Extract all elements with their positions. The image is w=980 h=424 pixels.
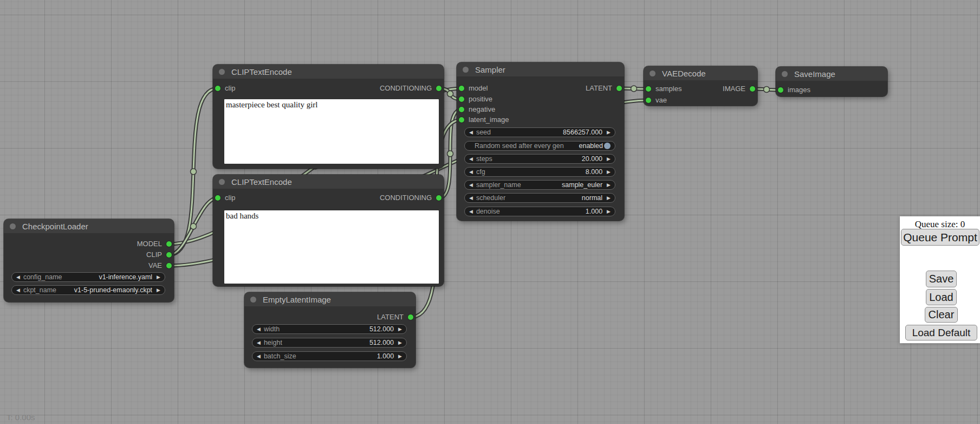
- increment-arrow-icon[interactable]: ▶: [398, 341, 402, 345]
- collapse-dot-icon[interactable]: [250, 297, 256, 303]
- collapse-dot-icon[interactable]: [782, 71, 788, 77]
- node-titlebar[interactable]: CLIPTextEncode: [213, 65, 444, 79]
- decrement-arrow-icon[interactable]: ◀: [257, 341, 261, 345]
- output-port-label: CONDITIONING: [380, 84, 432, 93]
- decrement-arrow-icon[interactable]: ◀: [469, 157, 473, 162]
- widget-label: width: [264, 325, 280, 333]
- output-port-dot-model[interactable]: [166, 241, 172, 247]
- decrement-arrow-icon[interactable]: ◀: [16, 275, 20, 280]
- node-sampler[interactable]: Samplermodelpositivenegativelatent_image…: [457, 62, 624, 221]
- prompt-textarea[interactable]: [224, 99, 439, 164]
- collapse-dot-icon[interactable]: [10, 223, 16, 229]
- input-port-dot-model[interactable]: [459, 86, 464, 91]
- decrement-arrow-icon[interactable]: ◀: [469, 130, 473, 135]
- input-port-dot-positive[interactable]: [459, 97, 464, 102]
- input-port-dot-latent-image[interactable]: [459, 117, 464, 123]
- output-port-dot-conditioning[interactable]: [436, 195, 442, 201]
- increment-arrow-icon[interactable]: ▶: [607, 209, 611, 214]
- increment-arrow-icon[interactable]: ▶: [398, 354, 402, 359]
- node-checkpoint-loader[interactable]: CheckpointLoaderMODELCLIPVAE◀config_name…: [4, 219, 174, 302]
- collapse-dot-icon[interactable]: [650, 70, 656, 76]
- collapse-dot-icon[interactable]: [463, 67, 469, 73]
- node-title-label: CheckpointLoader: [22, 222, 88, 231]
- node-titlebar[interactable]: Sampler: [457, 62, 624, 76]
- widget-scheduler[interactable]: ◀schedulernormal▶: [464, 193, 615, 203]
- widget-label: sampler_name: [476, 181, 521, 189]
- input-port-label: latent_image: [469, 115, 509, 124]
- widget-sampler-name[interactable]: ◀sampler_namesample_euler▶: [464, 180, 615, 190]
- input-port-dot-images[interactable]: [778, 87, 783, 93]
- widget-height[interactable]: ◀height512.000▶: [252, 338, 407, 348]
- widget-width[interactable]: ◀width512.000▶: [252, 324, 407, 334]
- increment-arrow-icon[interactable]: ▶: [157, 275, 160, 280]
- collapse-dot-icon[interactable]: [219, 69, 225, 75]
- increment-arrow-icon[interactable]: ▶: [398, 327, 402, 332]
- output-port-dot-conditioning[interactable]: [436, 86, 442, 91]
- link-midpoint-dot: [764, 87, 770, 93]
- input-port-dot-samples[interactable]: [646, 86, 651, 92]
- decrement-arrow-icon[interactable]: ◀: [469, 183, 473, 188]
- widget-cfg[interactable]: ◀cfg8.000▶: [464, 167, 615, 177]
- output-port-label: MODEL: [137, 240, 162, 248]
- widget-label: scheduler: [476, 194, 505, 202]
- node-empty-latent-image[interactable]: EmptyLatentImageLATENT◀width512.000▶◀hei…: [244, 292, 416, 368]
- node-titlebar[interactable]: VAEDecode: [644, 66, 757, 80]
- clear-button[interactable]: Clear: [925, 307, 958, 323]
- increment-arrow-icon[interactable]: ▶: [607, 196, 611, 201]
- widget-value: normal: [582, 194, 602, 202]
- node-title-label: EmptyLatentImage: [263, 295, 331, 304]
- node-vae-decode[interactable]: VAEDecodesamplesvaeIMAGE: [644, 66, 757, 106]
- node-titlebar[interactable]: CheckpointLoader: [4, 219, 174, 233]
- widget-label: height: [264, 339, 282, 346]
- widget-label: config_name: [23, 273, 62, 281]
- toggle-enabled-icon[interactable]: [604, 143, 611, 149]
- graph-canvas[interactable]: CheckpointLoaderMODELCLIPVAE◀config_name…: [0, 0, 980, 424]
- output-port-dot-clip[interactable]: [166, 252, 172, 258]
- queue-prompt-button[interactable]: Queue Prompt: [901, 229, 979, 246]
- node-titlebar[interactable]: SaveImage: [776, 67, 887, 81]
- decrement-arrow-icon[interactable]: ◀: [16, 288, 20, 293]
- output-port-dot-latent[interactable]: [616, 86, 622, 91]
- output-port-dot-latent[interactable]: [408, 314, 413, 320]
- widget-steps[interactable]: ◀steps20.000▶: [464, 154, 615, 164]
- decrement-arrow-icon[interactable]: ◀: [469, 196, 473, 201]
- prompt-textarea[interactable]: [224, 210, 439, 284]
- increment-arrow-icon[interactable]: ▶: [607, 157, 611, 162]
- node-clip-text-encode-negative[interactable]: CLIPTextEncodeclipCONDITIONING: [213, 175, 444, 286]
- load-button[interactable]: Load: [926, 289, 957, 305]
- save-button[interactable]: Save: [926, 271, 957, 287]
- node-titlebar[interactable]: CLIPTextEncode: [213, 175, 444, 189]
- widget-value: v1-inference.yaml: [99, 273, 152, 281]
- node-clip-text-encode-positive[interactable]: CLIPTextEncodeclipCONDITIONING: [213, 65, 444, 169]
- node-save-image[interactable]: SaveImageimages: [776, 67, 887, 97]
- widget-batch-size[interactable]: ◀batch_size1.000▶: [252, 351, 407, 361]
- widget-random-seed-after-every-gen[interactable]: Random seed after every genenabled: [464, 141, 615, 151]
- input-port-dot-negative[interactable]: [459, 107, 464, 112]
- decrement-arrow-icon[interactable]: ◀: [469, 170, 473, 175]
- widget-config-name[interactable]: ◀config_namev1-inference.yaml▶: [11, 272, 165, 282]
- increment-arrow-icon[interactable]: ▶: [607, 130, 611, 135]
- widget-ckpt-name[interactable]: ◀ckpt_namev1-5-pruned-emaonly.ckpt▶: [11, 285, 165, 295]
- increment-arrow-icon[interactable]: ▶: [607, 183, 611, 188]
- input-port-dot-clip[interactable]: [215, 195, 220, 201]
- increment-arrow-icon[interactable]: ▶: [607, 170, 611, 175]
- link-wire-clip-to-negative-encode: [169, 198, 218, 255]
- output-port-dot-image[interactable]: [750, 86, 755, 92]
- node-titlebar[interactable]: EmptyLatentImage: [244, 292, 416, 306]
- widget-label: steps: [476, 155, 492, 163]
- widget-value: 20.000: [582, 155, 602, 163]
- output-port-dot-vae[interactable]: [166, 263, 172, 268]
- increment-arrow-icon[interactable]: ▶: [157, 288, 160, 293]
- load-default-button[interactable]: Load Default: [905, 325, 977, 341]
- widget-denoise[interactable]: ◀denoise1.000▶: [464, 207, 615, 216]
- decrement-arrow-icon[interactable]: ◀: [257, 354, 261, 359]
- input-port-dot-vae[interactable]: [646, 98, 651, 103]
- decrement-arrow-icon[interactable]: ◀: [469, 209, 473, 214]
- widget-value: 8.000: [586, 168, 602, 176]
- input-port-dot-clip[interactable]: [215, 86, 220, 91]
- decrement-arrow-icon[interactable]: ◀: [257, 327, 261, 332]
- output-port-label: IMAGE: [723, 85, 745, 93]
- widget-seed[interactable]: ◀seed8566257.000▶: [464, 127, 615, 137]
- input-port-label: images: [788, 86, 810, 94]
- collapse-dot-icon[interactable]: [219, 179, 225, 185]
